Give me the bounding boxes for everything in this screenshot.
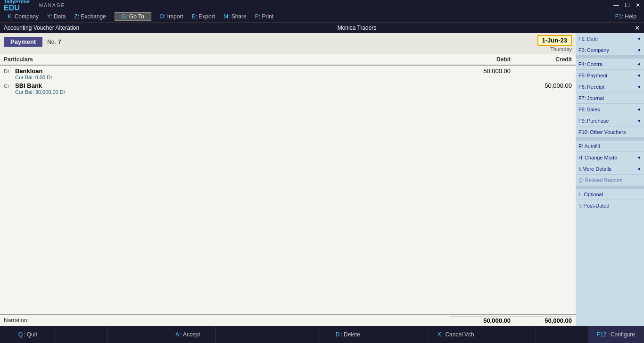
voucher-day: Thursday [550, 46, 572, 52]
bottom-empty-2 [108, 326, 160, 343]
voucher-no-label: No. [47, 39, 56, 45]
entry-bal-bankloan: Cur Bal: 0.00 Dr [15, 75, 52, 80]
menu-item-data[interactable]: Y: Data [43, 12, 69, 21]
voucher-type: Payment [4, 37, 42, 47]
goto-button[interactable]: G: Go To [115, 12, 151, 21]
right-item-change-mode[interactable]: H: Change Mode ◄ [576, 152, 644, 163]
sub-close-button[interactable]: ✕ [635, 24, 640, 32]
entry-account-sbibank[interactable]: SBI Bank [15, 82, 65, 89]
bottom-empty-4 [268, 326, 321, 343]
entry-account-bankloan[interactable]: Bankloan [15, 67, 52, 75]
narration-label: Narration: [4, 317, 449, 324]
bottom-quit[interactable]: Q: Quit [0, 326, 56, 343]
company-name: Monica Traders [338, 25, 377, 31]
right-item-related-reports[interactable]: Q: Related Reports [576, 175, 644, 186]
right-item-payment[interactable]: F5: Payment ◄ [576, 70, 644, 81]
right-item-optional[interactable]: L: Optional [576, 189, 644, 200]
right-item-journal[interactable]: F7: Journal [576, 92, 644, 104]
minimize-button[interactable]: — [613, 2, 619, 8]
bottom-empty-7 [536, 326, 588, 343]
table-row: Cr SBI Bank Cur Bal: 30,000.00 Dr 50,000… [0, 80, 576, 95]
col-particulars: Particulars [4, 56, 449, 63]
close-button[interactable]: ✕ [636, 2, 640, 8]
bottom-cancel-vch[interactable]: X: Cancel Vch [428, 326, 484, 343]
menu-item-import[interactable]: O: Import [156, 12, 187, 21]
right-item-more-details[interactable]: I: More Details ◄ [576, 163, 644, 175]
right-item-other-vouchers[interactable]: F10: Other Vouchers [576, 126, 644, 138]
bottom-empty-3 [216, 326, 268, 343]
right-item-company[interactable]: F3: Company ◄ [576, 44, 644, 56]
manage-label: MANAGE [39, 3, 65, 8]
right-item-post-dated[interactable]: T: Post-Dated [576, 200, 644, 211]
bottom-configure[interactable]: F12: Configure [588, 326, 644, 343]
sub-title: Accounting Voucher Alteration [4, 25, 79, 31]
narration-total-credit: 50,000.00 [511, 317, 572, 324]
voucher-no: 7 [58, 39, 61, 45]
col-credit: Credit [511, 56, 572, 63]
entry-type-cr: Cr [4, 83, 12, 89]
menu-item-export[interactable]: E: Export [188, 12, 219, 21]
right-item-date[interactable]: F2: Date ◄ [576, 33, 644, 44]
app-edu: EDU [4, 4, 30, 12]
right-item-purchase[interactable]: F9: Purchase ◄ [576, 115, 644, 126]
right-item-contra[interactable]: F4: Contra ◄ [576, 59, 644, 70]
entry-bal-sbibank: Cur Bal: 30,000.00 Dr [15, 89, 65, 95]
entry-type-dr: Dr [4, 68, 12, 74]
right-item-receipt[interactable]: F6: Receipt ◄ [576, 81, 644, 92]
bottom-empty-5 [376, 326, 429, 343]
menu-item-help[interactable]: F1: Help [611, 12, 640, 21]
right-item-autofill[interactable]: E: Autofill [576, 141, 644, 152]
entry-credit-sbibank: 50,000.00 [511, 82, 572, 89]
maximize-button[interactable]: ☐ [625, 2, 630, 8]
menu-item-company[interactable]: K: Company [4, 12, 42, 21]
menu-item-print[interactable]: P: Print [251, 12, 277, 21]
right-item-sales[interactable]: F8: Sales ◄ [576, 104, 644, 115]
narration-total-debit: 50,000.00 [449, 317, 511, 324]
voucher-date[interactable]: 1-Jun-23 [537, 35, 572, 46]
menu-item-exchange[interactable]: Z: Exchange [70, 12, 109, 21]
bottom-empty-6 [484, 326, 537, 343]
table-row: Dr Bankloan Cur Bal: 0.00 Dr 50,000.00 [0, 66, 576, 80]
bottom-empty-1 [56, 326, 108, 343]
menu-item-share[interactable]: M: Share [220, 12, 250, 21]
bottom-delete[interactable]: D: Delete [320, 326, 376, 343]
col-debit: Debit [449, 56, 511, 63]
entry-debit-bankloan: 50,000.00 [449, 67, 511, 75]
bottom-accept[interactable]: A: Accept [160, 326, 216, 343]
